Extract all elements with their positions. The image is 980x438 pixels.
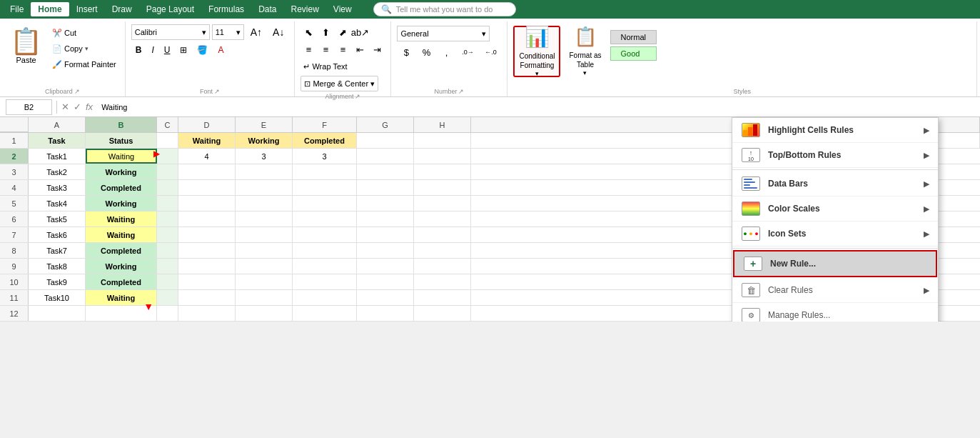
col-header-h[interactable]: H xyxy=(414,117,471,132)
align-top-left-button[interactable]: ⬉ xyxy=(300,24,316,40)
cell-g1[interactable] xyxy=(357,133,414,148)
cell-b11[interactable]: Waiting ▼ xyxy=(86,290,157,305)
cell-f9[interactable] xyxy=(293,259,357,274)
orient-button[interactable]: ab↗ xyxy=(352,24,368,40)
cell-e4[interactable] xyxy=(236,180,293,195)
format-painter-button[interactable]: 🖌️ Format Painter xyxy=(49,57,119,71)
cell-e11[interactable] xyxy=(236,290,293,305)
font-shrink-button[interactable]: A↓ xyxy=(268,24,288,40)
cell-e9[interactable] xyxy=(236,259,293,274)
menu-page-layout[interactable]: Page Layout xyxy=(139,2,201,16)
cell-a7[interactable]: Task6 xyxy=(29,227,86,242)
underline-button[interactable]: U xyxy=(160,42,175,58)
menu-formulas[interactable]: Formulas xyxy=(201,2,251,16)
cell-h8[interactable] xyxy=(414,243,471,258)
menu-view[interactable]: View xyxy=(326,2,359,16)
decimal-increase-button[interactable]: .0→ xyxy=(457,44,478,60)
cell-d8[interactable] xyxy=(178,243,236,258)
number-format-select[interactable]: General ▾ xyxy=(397,26,490,41)
align-top-center-button[interactable]: ⬆ xyxy=(318,24,333,40)
cancel-formula-icon[interactable]: ✕ xyxy=(61,101,69,112)
row-num-4[interactable]: 4 xyxy=(0,180,29,195)
cell-a4[interactable]: Task3 xyxy=(29,180,86,195)
menu-home[interactable]: Home xyxy=(31,2,69,16)
cell-b5[interactable]: Working xyxy=(86,196,157,211)
cell-c1[interactable] xyxy=(157,133,178,148)
cell-e12[interactable] xyxy=(236,306,293,321)
row-num-7[interactable]: 7 xyxy=(0,227,29,242)
cell-f5[interactable] xyxy=(293,196,357,211)
cell-h12[interactable] xyxy=(414,306,471,321)
indent-increase-button[interactable]: ⇥ xyxy=(369,41,385,57)
conditional-formatting-arrow[interactable]: ▾ xyxy=(535,70,539,79)
cell-a9[interactable]: Task8 xyxy=(29,259,86,274)
cell-g9[interactable] xyxy=(357,259,414,274)
cell-a2[interactable]: Task1 xyxy=(29,149,86,164)
cell-c8[interactable] xyxy=(157,243,178,258)
font-name-select[interactable]: Calibri ▾ xyxy=(131,24,210,40)
cell-g4[interactable] xyxy=(357,180,414,195)
cell-d12[interactable] xyxy=(178,306,236,321)
cell-a1[interactable]: Task xyxy=(29,133,86,148)
search-box[interactable]: 🔍 Tell me what you want to do xyxy=(373,2,516,16)
cell-e6[interactable] xyxy=(236,211,293,227)
cell-d7[interactable] xyxy=(178,227,236,242)
new-rule-item[interactable]: + New Rule... xyxy=(733,250,937,277)
cell-a3[interactable]: Task2 xyxy=(29,164,86,179)
cell-a6[interactable]: Task5 xyxy=(29,211,86,227)
menu-data[interactable]: Data xyxy=(251,2,283,16)
cell-h9[interactable] xyxy=(414,259,471,274)
cell-c5[interactable] xyxy=(157,196,178,211)
col-header-b[interactable]: B xyxy=(86,117,157,132)
cell-g2[interactable] xyxy=(357,149,414,164)
font-expand-icon[interactable]: ↗ xyxy=(214,88,220,95)
copy-button[interactable]: 📄 Copy ▾ xyxy=(49,41,119,56)
clipboard-expand-icon[interactable]: ↗ xyxy=(74,88,80,95)
merge-center-button[interactable]: ⊡ Merge & Center ▾ xyxy=(300,76,378,91)
cell-g8[interactable] xyxy=(357,243,414,258)
cell-f12[interactable] xyxy=(293,306,357,321)
cell-b3[interactable]: Working xyxy=(86,164,157,179)
cell-b8[interactable]: Completed xyxy=(86,243,157,258)
align-right-button[interactable]: ≡ xyxy=(335,41,350,57)
cell-b2[interactable]: Waiting ▶ xyxy=(86,149,157,164)
cell-f2[interactable]: 3 xyxy=(293,149,357,164)
col-header-d[interactable]: D xyxy=(178,117,236,132)
top-bottom-item[interactable]: ↑ 10 Top/Bottom Rules ▶ xyxy=(732,143,938,168)
data-bars-item[interactable]: Data Bars ▶ xyxy=(732,171,938,196)
cell-d11[interactable] xyxy=(178,290,236,305)
align-top-right-button[interactable]: ⬈ xyxy=(335,24,350,40)
cell-c10[interactable] xyxy=(157,274,178,289)
row-num-9[interactable]: 9 xyxy=(0,259,29,274)
cell-f6[interactable] xyxy=(293,211,357,227)
cell-a10[interactable]: Task9 xyxy=(29,274,86,289)
confirm-formula-icon[interactable]: ✓ xyxy=(74,101,81,112)
cell-g10[interactable] xyxy=(357,274,414,289)
bold-button[interactable]: B xyxy=(131,42,146,58)
col-header-c[interactable]: C xyxy=(157,117,178,132)
cell-a5[interactable]: Task4 xyxy=(29,196,86,211)
col-header-f[interactable]: F xyxy=(293,117,357,132)
row-num-6[interactable]: 6 xyxy=(0,211,29,227)
cell-g7[interactable] xyxy=(357,227,414,242)
cell-c12[interactable] xyxy=(157,306,178,321)
cell-d9[interactable] xyxy=(178,259,236,274)
border-button[interactable]: ⊞ xyxy=(176,42,191,58)
comma-button[interactable]: , xyxy=(437,44,455,60)
cell-b7[interactable]: Waiting xyxy=(86,227,157,242)
col-header-g[interactable]: G xyxy=(357,117,414,132)
paste-button[interactable]: 📋 Paste xyxy=(6,23,46,71)
font-name-arrow[interactable]: ▾ xyxy=(202,28,206,37)
color-scales-item[interactable]: Color Scales ▶ xyxy=(732,196,938,222)
cell-f7[interactable] xyxy=(293,227,357,242)
cell-a8[interactable]: Task7 xyxy=(29,243,86,258)
row-num-12[interactable]: 12 xyxy=(0,306,29,321)
row-num-1[interactable]: 1 xyxy=(0,133,29,148)
wrap-text-button[interactable]: ↵ Wrap Text xyxy=(300,59,350,74)
decimal-decrease-button[interactable]: ←.0 xyxy=(480,44,501,60)
copy-dropdown-arrow[interactable]: ▾ xyxy=(85,45,89,52)
cut-button[interactable]: ✂️ Cut xyxy=(49,26,119,40)
cell-f8[interactable] xyxy=(293,243,357,258)
cell-f4[interactable] xyxy=(293,180,357,195)
number-format-arrow[interactable]: ▾ xyxy=(482,29,486,39)
